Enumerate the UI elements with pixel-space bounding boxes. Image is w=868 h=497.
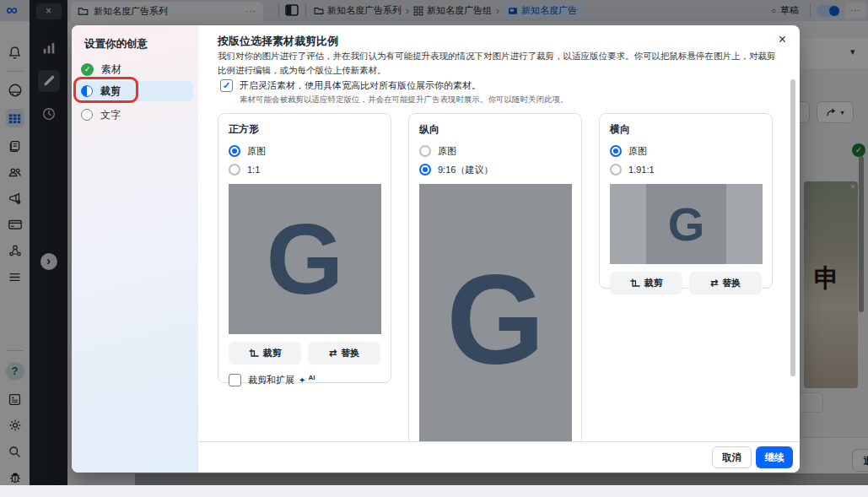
step-crop[interactable]: 裁剪: [77, 81, 193, 101]
step-text[interactable]: 文字: [77, 105, 193, 125]
radio-unselected[interactable]: [610, 164, 622, 176]
steps-panel-title: 设置你的创意: [84, 37, 148, 51]
radio-selected[interactable]: [610, 145, 622, 157]
replace-button[interactable]: ⇄ 替换: [689, 272, 762, 294]
flexible-media-sublabel: 素材可能会被裁剪以适应特定版位，并会在可能提升广告表现时展示。你可以随时关闭此项…: [240, 95, 569, 105]
step-label: 文字: [100, 108, 121, 122]
step-label: 裁剪: [100, 84, 121, 99]
ratio-option-1-1[interactable]: 1:1: [229, 160, 380, 179]
step-in-progress-icon: [81, 85, 93, 97]
card-title: 纵向: [419, 122, 571, 137]
radio-unselected[interactable]: [419, 145, 431, 157]
crop-ratio-modal: 设置你的创意 ✓ 素材 裁剪 文字 按版位选择素材裁剪比例 我们对你的图片进行了…: [72, 25, 800, 473]
placement-card-horizontal: 横向 原图 1.91:1 G: [599, 113, 773, 289]
close-icon[interactable]: ×: [779, 32, 786, 47]
continue-button[interactable]: 继续: [756, 446, 793, 468]
replace-button[interactable]: ⇄ 替换: [308, 342, 380, 365]
crop-icon: [249, 348, 259, 359]
radio-selected[interactable]: [229, 145, 240, 157]
ratio-option-original[interactable]: 原图: [610, 142, 762, 160]
step-done-check-icon: ✓: [81, 63, 94, 76]
flexible-media-option[interactable]: ✓ 开启灵活素材，使用具体宽高比对所有版位展示你的素材。 素材可能会被裁剪以适应…: [220, 79, 569, 105]
letterbox-bar: [610, 184, 646, 264]
radio-unselected[interactable]: [229, 164, 240, 176]
step-label: 素材: [101, 62, 121, 77]
creative-steps-panel: 设置你的创意 ✓ 素材 裁剪 文字: [72, 25, 198, 473]
ratio-option-original[interactable]: 原图: [419, 142, 571, 160]
swap-icon: ⇄: [329, 348, 337, 359]
ratio-option-9-16[interactable]: 9:16（建议）: [419, 160, 571, 179]
swap-icon: ⇄: [710, 278, 718, 289]
screen: ∞ 新知名度广告系列 ··· 新知名度广告系列 › 新知名度广告组 ›: [0, 0, 868, 497]
ratio-option-1-91-1[interactable]: 1.91:1: [610, 160, 762, 179]
modal-footer: 取消 继续: [198, 441, 800, 473]
crop-icon: [630, 278, 640, 289]
radio-selected[interactable]: [419, 164, 431, 176]
card-title: 正方形: [229, 122, 380, 137]
crop-button[interactable]: 裁剪: [610, 272, 682, 294]
modal-description: 我们对你的图片进行了评估，并在我们认为有可能提升表现的情况下对图片进行了裁剪，以…: [218, 49, 781, 78]
window-bottom-margin: [0, 485, 868, 497]
crop-button[interactable]: 裁剪: [229, 342, 301, 365]
crop-expand-ai-option[interactable]: 裁剪和扩展 ✦ AI: [229, 374, 380, 386]
modal-scrollbar[interactable]: [790, 79, 795, 376]
ai-badge: AI: [308, 374, 315, 381]
step-material[interactable]: ✓ 素材: [77, 59, 193, 79]
flexible-media-label: 开启灵活素材，使用具体宽高比对所有版位展示你的素材。: [240, 79, 569, 92]
media-preview-vertical[interactable]: G: [419, 184, 572, 456]
media-preview-horizontal[interactable]: G: [610, 184, 763, 264]
card-title: 横向: [610, 122, 762, 137]
modal-title: 按版位选择素材裁剪比例: [218, 34, 338, 49]
ai-sparkle-icon: ✦: [299, 375, 305, 385]
modal-content: 按版位选择素材裁剪比例 我们对你的图片进行了评估，并在我们认为有可能提升表现的情…: [198, 25, 800, 473]
cancel-button[interactable]: 取消: [712, 446, 752, 468]
media-preview-square[interactable]: G: [229, 184, 381, 334]
placement-card-square: 正方形 原图 1:1 G 裁剪: [218, 113, 391, 383]
media-center: G: [646, 184, 726, 264]
flexible-media-checkbox[interactable]: ✓: [220, 79, 233, 92]
ratio-option-original[interactable]: 原图: [229, 142, 380, 160]
ads-manager-app: ∞ 新知名度广告系列 ··· 新知名度广告系列 › 新知名度广告组 ›: [0, 0, 868, 485]
placement-card-vertical: 纵向 原图 9:16（建议） G: [408, 113, 582, 467]
step-todo-icon: [81, 109, 93, 121]
crop-expand-checkbox[interactable]: [229, 374, 241, 386]
letterbox-bar: [726, 184, 763, 264]
